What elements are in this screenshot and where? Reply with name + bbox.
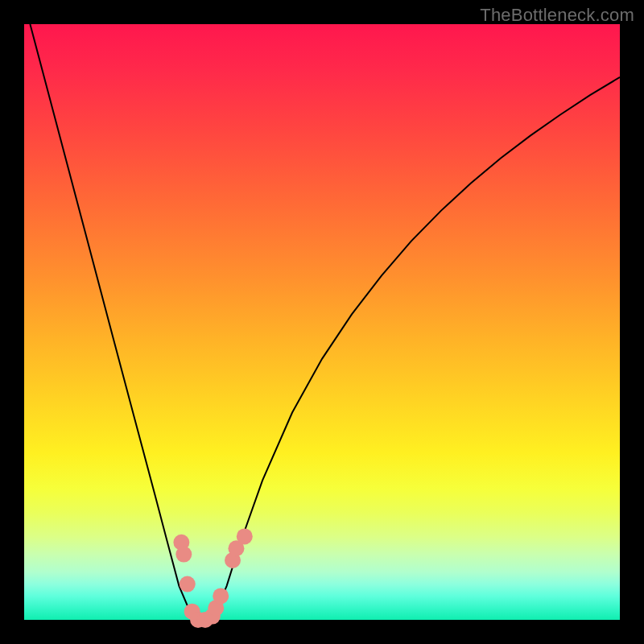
- watermark-text: TheBottleneck.com: [480, 5, 634, 26]
- chart-svg: [24, 24, 620, 620]
- data-marker: [213, 588, 229, 604]
- data-marker: [180, 576, 196, 592]
- bottleneck-curve: [30, 24, 620, 620]
- data-marker: [237, 528, 253, 544]
- data-marker: [175, 547, 192, 563]
- marker-group: [173, 528, 252, 628]
